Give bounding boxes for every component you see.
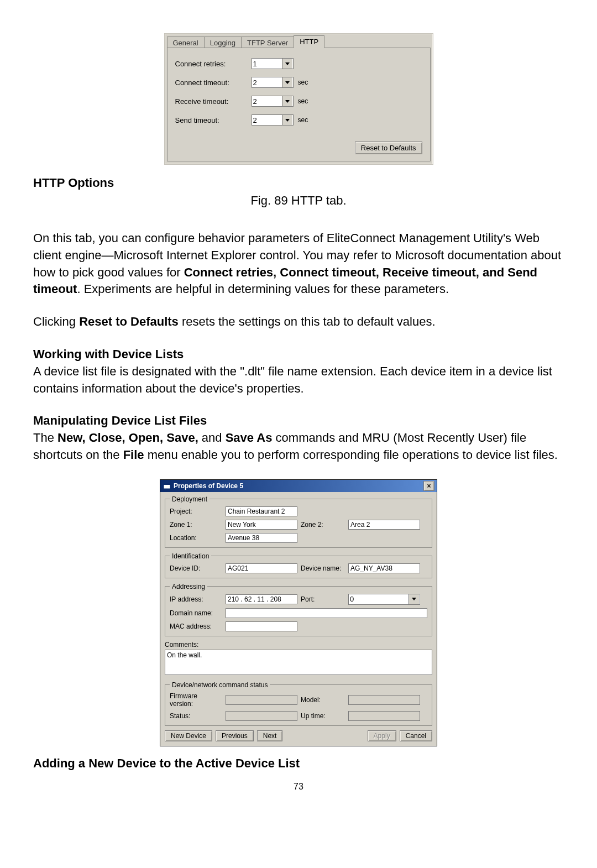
comments-label: Comments: [165, 641, 432, 649]
text: menu enable you to perform corresponding… [144, 448, 558, 462]
http-tab-screenshot: General Logging TFTP Server HTTP Connect… [164, 33, 433, 165]
http-options-row: HTTP Options [33, 176, 564, 190]
working-with-heading: Working with Device Lists [33, 346, 564, 363]
uptime-input [348, 711, 420, 721]
tab-http[interactable]: HTTP [294, 35, 324, 48]
page: General Logging TFTP Server HTTP Connect… [0, 0, 597, 868]
connect-timeout-unit: sec [298, 79, 308, 86]
text: A device list file is designated with th… [33, 364, 552, 395]
para-working-with: Working with Device Lists A device list … [33, 346, 564, 397]
group-addressing: Addressing IP address: Port: Domain name… [165, 583, 432, 636]
window-icon [163, 482, 171, 490]
properties-dialog: Properties of Device 5 × Deployment Proj… [160, 479, 437, 746]
port-combo[interactable] [348, 594, 420, 605]
send-timeout-combo[interactable] [252, 114, 294, 126]
receive-timeout-input[interactable] [252, 96, 282, 106]
mac-input[interactable] [226, 621, 297, 631]
row-receive-timeout: Receive timeout: sec [175, 96, 422, 107]
receive-timeout-combo[interactable] [252, 96, 294, 107]
connect-timeout-combo[interactable] [252, 77, 294, 88]
tab-tftp-server[interactable]: TFTP Server [241, 36, 294, 49]
tab-bar: General Logging TFTP Server HTTP [165, 34, 433, 48]
device-name-input[interactable] [348, 563, 420, 573]
tab-body: Connect retries: Connect timeout: sec Re… [167, 48, 431, 161]
row-connect-retries: Connect retries: [175, 58, 422, 69]
text: Clicking [33, 315, 79, 328]
model-input [348, 695, 420, 705]
domain-input[interactable] [226, 608, 427, 618]
device-id-input[interactable] [226, 563, 297, 573]
location-input[interactable] [226, 533, 297, 543]
page-number: 73 [33, 782, 564, 792]
row-connect-timeout: Connect timeout: sec [175, 77, 422, 88]
group-identification: Identification Device ID: Device name: [165, 552, 432, 578]
port-input[interactable] [349, 594, 409, 604]
dialog-body: Deployment Project: Zone 1: Zone 2: Loca… [160, 492, 437, 746]
status-label: Status: [170, 712, 222, 720]
tab-general[interactable]: General [167, 36, 205, 49]
device-name-label: Device name: [301, 564, 345, 572]
zone2-input[interactable] [348, 520, 420, 530]
ip-input[interactable] [226, 594, 297, 604]
dialog-button-row: New Device Previous Next Apply Cancel [165, 730, 432, 741]
reset-to-defaults-button[interactable]: Reset to Defaults [355, 142, 422, 154]
fw-label: Firmware version: [170, 692, 222, 708]
http-options-heading: HTTP Options [33, 176, 114, 190]
para-http-intro: On this tab, you can configure behavior … [33, 230, 564, 298]
comments-textarea[interactable] [165, 650, 432, 675]
figure-caption: Fig. 89 HTTP tab. [33, 194, 564, 208]
cancel-button[interactable]: Cancel [400, 730, 432, 741]
ip-label: IP address: [170, 595, 222, 603]
location-label: Location: [170, 534, 222, 542]
send-timeout-input[interactable] [252, 115, 282, 125]
status-legend: Device/network command status [170, 681, 270, 689]
domain-label: Domain name: [170, 609, 222, 617]
uptime-label: Up time: [301, 712, 345, 720]
text: resets the settings on this tab to defau… [179, 315, 436, 328]
zone1-input[interactable] [226, 520, 297, 530]
identification-legend: Identification [170, 552, 211, 560]
receive-timeout-unit: sec [298, 97, 308, 105]
chevron-down-icon[interactable] [282, 59, 292, 69]
project-input[interactable] [226, 506, 297, 516]
port-label: Port: [301, 595, 345, 603]
text-bold: Reset to Defaults [79, 315, 179, 328]
chevron-down-icon[interactable] [282, 77, 292, 87]
next-button[interactable]: Next [257, 730, 283, 741]
addressing-legend: Addressing [170, 583, 207, 590]
receive-timeout-label: Receive timeout: [175, 97, 247, 106]
text-bold: New, Close, Open, Save, [57, 431, 198, 445]
previous-button[interactable]: Previous [216, 730, 254, 741]
text: . Experiments are helpful in determining… [77, 282, 449, 296]
zone2-label: Zone 2: [301, 521, 345, 529]
deployment-legend: Deployment [170, 495, 210, 503]
status-input [226, 711, 297, 721]
connect-retries-input[interactable] [252, 59, 282, 69]
text: and [198, 431, 226, 445]
connect-retries-combo[interactable] [252, 58, 294, 69]
svg-rect-1 [164, 483, 170, 485]
connect-timeout-input[interactable] [252, 77, 282, 87]
new-device-button[interactable]: New Device [165, 730, 212, 741]
adding-new-heading: Adding a New Device to the Active Device… [33, 756, 564, 771]
chevron-down-icon[interactable] [409, 594, 419, 604]
chevron-down-icon[interactable] [282, 96, 292, 106]
close-button[interactable]: × [423, 481, 434, 491]
tab-logging[interactable]: Logging [204, 36, 242, 49]
device-id-label: Device ID: [170, 564, 222, 572]
title-bar: Properties of Device 5 × [160, 480, 437, 492]
project-label: Project: [170, 508, 222, 515]
group-deployment: Deployment Project: Zone 1: Zone 2: Loca… [165, 495, 432, 548]
group-status: Device/network command status Firmware v… [165, 681, 432, 726]
send-timeout-unit: sec [298, 116, 308, 124]
send-timeout-label: Send timeout: [175, 116, 247, 124]
dialog-title: Properties of Device 5 [174, 482, 243, 490]
chevron-down-icon[interactable] [282, 115, 292, 125]
para-reset: Clicking Reset to Defaults resets the se… [33, 313, 564, 331]
model-label: Model: [301, 696, 345, 704]
text-bold: Save As [226, 431, 273, 445]
manipulating-heading: Manipulating Device List Files [33, 412, 564, 430]
connect-timeout-label: Connect timeout: [175, 79, 247, 87]
para-manipulating: Manipulating Device List Files The New, … [33, 412, 564, 463]
apply-button[interactable]: Apply [368, 730, 396, 741]
